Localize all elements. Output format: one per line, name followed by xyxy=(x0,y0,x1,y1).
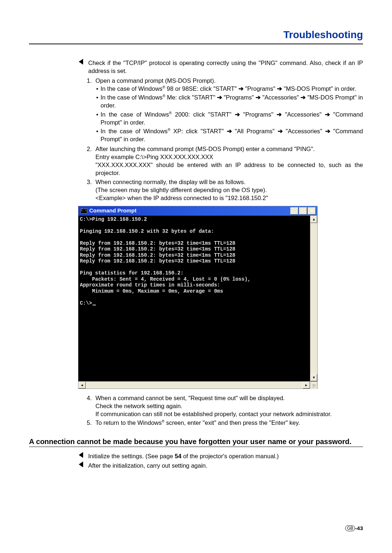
scroll-track[interactable] xyxy=(310,223,317,374)
horizontal-scrollbar[interactable]: ◂ ▸ xyxy=(78,381,317,389)
maximize-button[interactable]: □ xyxy=(299,207,307,215)
titlebar[interactable]: C:\ Command Prompt _ □ ✕ xyxy=(78,206,317,216)
gb-badge: GB xyxy=(345,525,355,531)
scroll-track[interactable] xyxy=(86,382,303,389)
left-arrow-icon xyxy=(78,59,85,75)
vertical-scrollbar[interactable]: ▴ ▾ xyxy=(310,216,317,381)
left-arrow-icon xyxy=(78,461,85,469)
step1-bullet-2000: •In the case of Windows® 2000: click "ST… xyxy=(96,110,363,127)
titlebar-text: Command Prompt xyxy=(89,207,290,214)
page-title: Troubleshooting xyxy=(29,29,363,41)
step-2: 2. After launching the command prompt (M… xyxy=(87,145,363,177)
section-rule xyxy=(29,447,363,447)
scroll-right-button[interactable]: ▸ xyxy=(303,382,310,389)
svg-marker-2 xyxy=(79,461,83,467)
close-button[interactable]: ✕ xyxy=(308,207,316,215)
svg-marker-1 xyxy=(79,452,83,458)
step1-bullet-98: •In the case of Windows® 98 or 98SE: cli… xyxy=(96,85,363,93)
command-prompt-window: C:\ Command Prompt _ □ ✕ C:\>Ping 192.16… xyxy=(78,206,318,389)
left-arrow-icon xyxy=(78,452,85,460)
step-3: 3. When connecting normally, the display… xyxy=(87,178,363,202)
terminal-output[interactable]: C:\>Ping 192.168.150.2 Pinging 192.168.1… xyxy=(78,216,310,381)
svg-marker-0 xyxy=(79,59,83,65)
step1-bullet-me: •In the case of Windows® Me: click "STAR… xyxy=(96,93,363,110)
body-content: Check if the "TCP/IP" protocol is operat… xyxy=(78,59,363,427)
cursor-icon xyxy=(93,305,96,305)
scroll-left-button[interactable]: ◂ xyxy=(78,382,86,389)
after-init-bullet: After the initialization, carry out sett… xyxy=(78,461,363,469)
step1-bullet-xp: •In the case of Windows® XP: click "STAR… xyxy=(96,127,363,143)
resize-grip-icon[interactable] xyxy=(310,382,317,389)
step-5: 5. To return to the Windows® screen, ent… xyxy=(87,419,363,427)
cmd-icon: C:\ xyxy=(81,208,87,214)
minimize-button[interactable]: _ xyxy=(290,207,298,215)
scroll-up-button[interactable]: ▴ xyxy=(310,216,317,223)
init-bullet: Initialize the settings. (See page 54 of… xyxy=(78,452,363,460)
section-heading: A connection cannot be made because you … xyxy=(29,437,363,446)
step-4: 4. When a command cannot be sent, "Reque… xyxy=(87,394,363,418)
intro-text: Check if the "TCP/IP" protocol is operat… xyxy=(88,59,363,75)
page-footer: GB-43 xyxy=(345,525,363,531)
scroll-down-button[interactable]: ▾ xyxy=(310,374,317,381)
title-rule xyxy=(29,44,363,44)
step-1: 1. Open a command prompt (MS-DOS Prompt)… xyxy=(87,77,363,144)
main-bullet-ping: Check if the "TCP/IP" protocol is operat… xyxy=(78,59,363,75)
